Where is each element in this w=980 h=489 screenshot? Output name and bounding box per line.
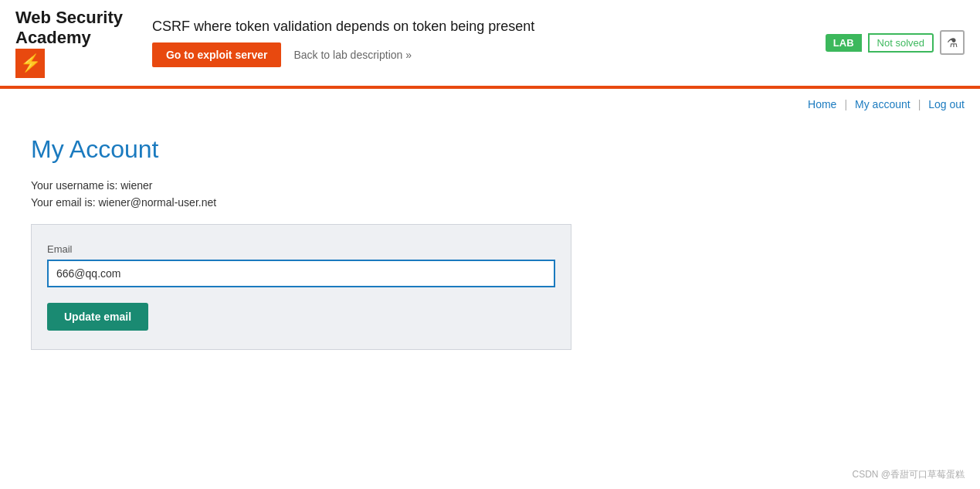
header: Web Security Academy ⚡ CSRF where token … — [0, 0, 980, 89]
logo-line2: Academy — [15, 28, 91, 47]
lab-badge: LAB — [826, 34, 862, 52]
exploit-server-button[interactable]: Go to exploit server — [152, 42, 281, 67]
main-content: My Account Your username is: wiener Your… — [0, 120, 695, 381]
email-field-label: Email — [47, 243, 555, 255]
email-form-container: Email Update email — [31, 224, 571, 350]
flask-icon: ⚗ — [940, 30, 965, 55]
not-solved-label: Not solved — [868, 33, 934, 53]
email-info: Your email is: wiener@normal-user.net — [31, 196, 664, 209]
nav-separator-2: | — [918, 98, 921, 110]
back-link-chevron: » — [405, 49, 412, 61]
nav-bar: Home | My account | Log out — [0, 89, 980, 120]
nav-separator-1: | — [844, 98, 847, 110]
lightning-icon: ⚡ — [15, 49, 45, 78]
lab-title: CSRF where token validation depends on t… — [152, 19, 826, 35]
back-to-lab-link[interactable]: Back to lab description » — [293, 49, 412, 61]
logo-line1: Web Security — [15, 8, 123, 27]
logo-area: Web Security Academy ⚡ — [15, 8, 129, 78]
back-link-label: Back to lab description — [293, 49, 402, 61]
nav-logout-link[interactable]: Log out — [928, 98, 965, 110]
nav-links: Home | My account | Log out — [808, 98, 965, 110]
header-actions: Go to exploit server Back to lab descrip… — [152, 42, 826, 67]
email-label: Your email is: — [31, 196, 96, 209]
header-middle: CSRF where token validation depends on t… — [152, 19, 826, 67]
username-value: wiener — [120, 179, 152, 192]
username-label: Your username is: — [31, 179, 117, 192]
email-input[interactable] — [47, 260, 555, 287]
header-right: LAB Not solved ⚗ — [826, 30, 965, 55]
update-email-button[interactable]: Update email — [47, 303, 148, 331]
username-info: Your username is: wiener — [31, 179, 664, 192]
email-value: wiener@normal-user.net — [98, 196, 216, 209]
logo-text: Web Security Academy ⚡ — [15, 8, 129, 78]
nav-home-link[interactable]: Home — [808, 98, 836, 110]
page-title: My Account — [31, 135, 664, 164]
nav-my-account-link[interactable]: My account — [855, 98, 910, 110]
